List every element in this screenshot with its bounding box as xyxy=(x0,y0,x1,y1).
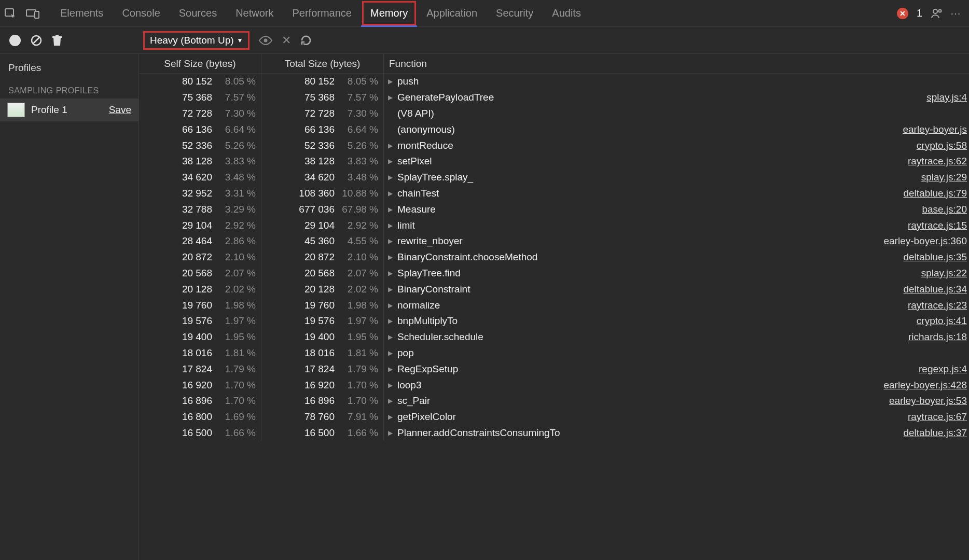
source-link[interactable]: deltablue.js:34 xyxy=(903,284,967,295)
total-pct: 1.66 % xyxy=(341,427,378,439)
table-row[interactable]: 32 7883.29 %677 03667.98 %▶Measurebase.j… xyxy=(139,201,969,217)
expand-icon[interactable]: ▶ xyxy=(388,429,395,437)
self-pct: 2.92 % xyxy=(218,220,256,231)
source-link[interactable]: deltablue.js:79 xyxy=(903,188,967,199)
table-row[interactable]: 19 5761.97 %19 5761.97 %▶bnpMultiplyTocr… xyxy=(139,313,969,329)
source-link[interactable]: raytrace.js:23 xyxy=(908,300,967,311)
col-total[interactable]: Total Size (bytes) xyxy=(261,54,384,73)
tab-elements[interactable]: Elements xyxy=(51,0,113,26)
refresh-icon[interactable] xyxy=(300,35,312,46)
source-link[interactable]: richards.js:18 xyxy=(908,331,967,343)
expand-icon[interactable]: ▶ xyxy=(388,397,395,404)
table-row[interactable]: 52 3365.26 %52 3365.26 %▶montReducecrypt… xyxy=(139,137,969,153)
expand-icon[interactable]: ▶ xyxy=(388,94,395,101)
table-row[interactable]: 20 5682.07 %20 5682.07 %▶SplayTree.finds… xyxy=(139,265,969,282)
expand-icon[interactable]: ▶ xyxy=(388,413,395,421)
total-size: 20 872 xyxy=(291,251,335,263)
tab-network[interactable]: Network xyxy=(226,0,283,26)
table-row[interactable]: 28 4642.86 %45 3604.55 %▶rewrite_nboyere… xyxy=(139,233,969,249)
expand-icon[interactable]: ▶ xyxy=(388,222,395,229)
col-func[interactable]: Function xyxy=(384,58,969,69)
source-link[interactable]: base.js:20 xyxy=(922,204,967,215)
table-row[interactable]: 66 1366.64 %66 1366.64 %(anonymous)earle… xyxy=(139,121,969,137)
self-pct: 5.26 % xyxy=(218,140,256,151)
expand-icon[interactable]: ▶ xyxy=(388,174,395,181)
expand-icon[interactable]: ▶ xyxy=(388,349,395,357)
tab-performance[interactable]: Performance xyxy=(283,0,362,26)
more-icon[interactable]: ⋯ xyxy=(950,7,962,20)
user-icon[interactable] xyxy=(931,8,942,19)
clear-icon[interactable] xyxy=(30,34,43,47)
table-row[interactable]: 16 8961.70 %16 8961.70 %▶sc_Pairearley-b… xyxy=(139,393,969,409)
total-size: 72 728 xyxy=(291,108,335,119)
expand-icon[interactable]: ▶ xyxy=(388,302,395,309)
table-row[interactable]: 18 0161.81 %18 0161.81 %▶pop xyxy=(139,345,969,361)
tab-memory[interactable]: Memory xyxy=(361,0,417,26)
self-size: 20 568 xyxy=(169,268,212,279)
record-icon[interactable] xyxy=(9,35,21,46)
source-link[interactable]: deltablue.js:37 xyxy=(903,427,967,439)
device-toolbar-icon[interactable] xyxy=(26,8,39,19)
function-name: loop3 xyxy=(397,380,879,391)
source-link[interactable]: splay.js:4 xyxy=(926,92,967,103)
expand-icon[interactable]: ▶ xyxy=(388,78,395,85)
source-link[interactable]: raytrace.js:67 xyxy=(908,411,967,423)
source-link[interactable]: deltablue.js:35 xyxy=(903,251,967,263)
source-link[interactable]: regexp.js:4 xyxy=(919,363,967,375)
source-link[interactable]: earley-boyer.js:53 xyxy=(889,395,967,407)
table-row[interactable]: 16 5001.66 %16 5001.66 %▶Planner.addCons… xyxy=(139,425,969,441)
expand-icon[interactable]: ▶ xyxy=(388,333,395,341)
self-size: 19 400 xyxy=(169,331,212,343)
error-badge-icon[interactable]: ✕ xyxy=(897,8,908,19)
source-link[interactable]: crypto.js:58 xyxy=(917,140,967,151)
expand-icon[interactable]: ▶ xyxy=(388,286,395,293)
source-link[interactable]: splay.js:22 xyxy=(921,268,967,279)
table-row[interactable]: 29 1042.92 %29 1042.92 %▶limitraytrace.j… xyxy=(139,217,969,233)
tab-sources[interactable]: Sources xyxy=(170,0,226,26)
expand-icon[interactable]: ▶ xyxy=(388,270,395,277)
source-link[interactable]: raytrace.js:15 xyxy=(908,220,967,231)
expand-icon[interactable]: ▶ xyxy=(388,190,395,197)
table-row[interactable]: 34 6203.48 %34 6203.48 %▶SplayTree.splay… xyxy=(139,170,969,186)
expand-icon[interactable]: ▶ xyxy=(388,158,395,165)
eye-icon[interactable] xyxy=(259,36,272,45)
inspect-element-icon[interactable] xyxy=(4,7,17,20)
expand-icon[interactable]: ▶ xyxy=(388,366,395,373)
table-row[interactable]: 19 4001.95 %19 4001.95 %▶Scheduler.sched… xyxy=(139,329,969,345)
expand-icon[interactable]: ▶ xyxy=(388,142,395,149)
source-link[interactable]: earley-boyer.js:428 xyxy=(883,380,967,391)
source-link[interactable]: splay.js:29 xyxy=(921,172,967,183)
expand-icon[interactable]: ▶ xyxy=(388,382,395,389)
expand-icon[interactable]: ▶ xyxy=(388,237,395,245)
tab-console[interactable]: Console xyxy=(113,0,169,26)
table-row[interactable]: 17 8241.79 %17 8241.79 %▶RegExpSetuprege… xyxy=(139,361,969,377)
total-pct: 1.70 % xyxy=(341,380,378,391)
source-link[interactable]: raytrace.js:62 xyxy=(908,156,967,167)
table-row[interactable]: 16 8001.69 %78 7607.91 %▶getPixelColorra… xyxy=(139,409,969,425)
tab-audits[interactable]: Audits xyxy=(543,0,590,26)
source-link[interactable]: crypto.js:41 xyxy=(917,315,967,327)
table-row[interactable]: 16 9201.70 %16 9201.70 %▶loop3earley-boy… xyxy=(139,377,969,393)
view-mode-select[interactable]: Heavy (Bottom Up) ▼ xyxy=(143,31,250,50)
expand-icon[interactable]: ▶ xyxy=(388,317,395,325)
table-row[interactable]: 72 7287.30 %72 7287.30 %(V8 API) xyxy=(139,106,969,122)
col-self[interactable]: Self Size (bytes) xyxy=(139,54,261,73)
source-link[interactable]: earley-boyer.js xyxy=(903,124,967,135)
profile-item[interactable]: Profile 1 Save xyxy=(0,99,139,121)
table-row[interactable]: 75 3687.57 %75 3687.57 %▶GeneratePayload… xyxy=(139,90,969,106)
tab-security[interactable]: Security xyxy=(487,0,543,26)
expand-icon[interactable]: ▶ xyxy=(388,206,395,213)
table-row[interactable]: 38 1283.83 %38 1283.83 %▶setPixelraytrac… xyxy=(139,153,969,170)
table-row[interactable]: 32 9523.31 %108 36010.88 %▶chainTestdelt… xyxy=(139,186,969,202)
close-icon[interactable]: ✕ xyxy=(282,34,291,47)
save-profile-link[interactable]: Save xyxy=(109,104,131,116)
source-link[interactable]: earley-boyer.js:360 xyxy=(883,235,967,247)
total-size: 19 400 xyxy=(291,331,335,343)
table-row[interactable]: 80 1528.05 %80 1528.05 %▶push xyxy=(139,74,969,90)
expand-icon[interactable]: ▶ xyxy=(388,254,395,261)
table-row[interactable]: 19 7601.98 %19 7601.98 %▶normalizeraytra… xyxy=(139,297,969,313)
table-row[interactable]: 20 1282.02 %20 1282.02 %▶BinaryConstrain… xyxy=(139,281,969,297)
table-row[interactable]: 20 8722.10 %20 8722.10 %▶BinaryConstrain… xyxy=(139,249,969,265)
delete-icon[interactable] xyxy=(52,35,62,46)
tab-application[interactable]: Application xyxy=(417,0,487,26)
